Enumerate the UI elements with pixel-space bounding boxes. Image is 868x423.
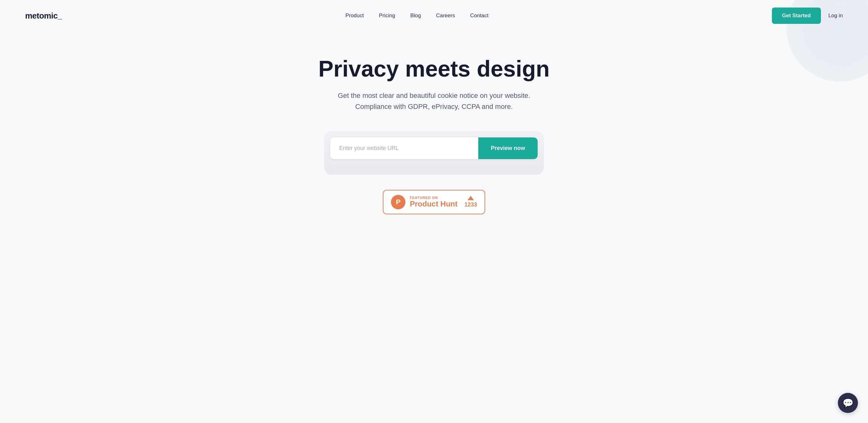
- product-hunt-badge[interactable]: P FEATURED ON Product Hunt 1233: [383, 190, 485, 214]
- url-form: Preview now: [330, 137, 538, 159]
- nav-pricing[interactable]: Pricing: [379, 12, 395, 19]
- url-form-container: Preview now: [324, 131, 544, 175]
- vote-count: 1233: [464, 201, 477, 208]
- get-started-button[interactable]: Get Started: [772, 7, 821, 24]
- chat-widget[interactable]: 💬: [838, 393, 858, 413]
- product-hunt-text: FEATURED ON Product Hunt: [410, 196, 458, 208]
- login-button[interactable]: Log in: [829, 12, 843, 19]
- preview-button[interactable]: Preview now: [478, 137, 538, 159]
- nav-careers[interactable]: Careers: [436, 12, 455, 19]
- hero-subtitle: Get the most clear and beautiful cookie …: [337, 90, 531, 112]
- nav-contact[interactable]: Contact: [470, 12, 489, 19]
- product-hunt-icon: P: [391, 195, 405, 209]
- product-hunt-featured-label: FEATURED ON: [410, 196, 438, 200]
- logo[interactable]: metomic: [25, 11, 62, 21]
- nav-right: Get Started Log in: [772, 7, 843, 24]
- upvote-triangle-icon: [468, 196, 474, 200]
- hero-section: Privacy meets design Get the most clear …: [0, 31, 868, 233]
- chat-icon: 💬: [843, 398, 854, 408]
- nav-blog[interactable]: Blog: [410, 12, 421, 19]
- nav-product[interactable]: Product: [345, 12, 364, 19]
- url-input[interactable]: [330, 137, 478, 159]
- product-hunt-name: Product Hunt: [410, 200, 458, 208]
- navbar: metomic Product Pricing Blog Careers Con…: [0, 0, 868, 31]
- product-hunt-votes: 1233: [464, 196, 477, 208]
- hero-title: Privacy meets design: [318, 57, 550, 81]
- nav-links: Product Pricing Blog Careers Contact: [345, 12, 489, 19]
